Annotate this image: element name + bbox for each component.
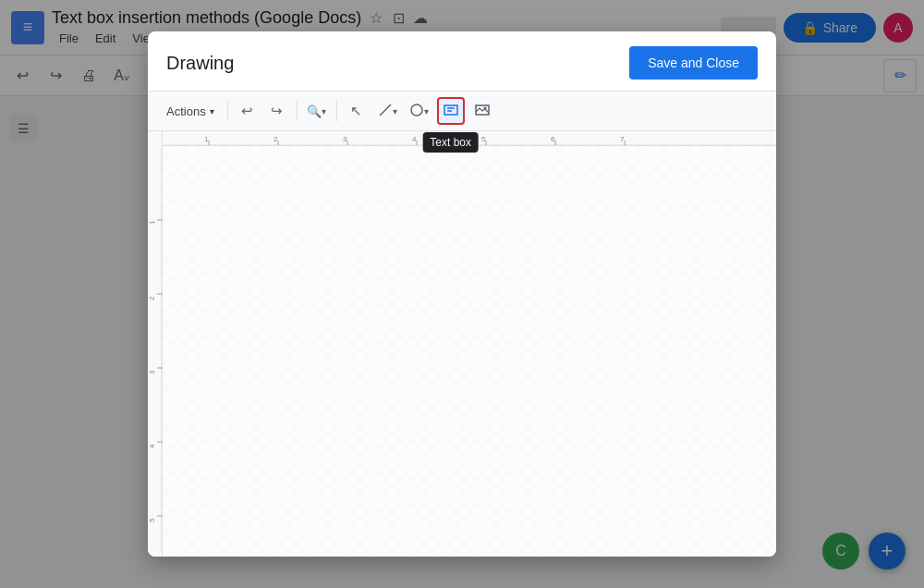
svg-text:5: 5 <box>148 518 156 522</box>
svg-text:7: 7 <box>620 135 625 143</box>
toolbar-divider-3 <box>336 101 337 121</box>
toolbar-divider-1 <box>227 101 228 121</box>
svg-text:2: 2 <box>274 135 278 143</box>
canvas-draw-area[interactable] <box>163 146 776 557</box>
image-icon <box>475 103 490 120</box>
line-chevron: ▾ <box>393 106 397 116</box>
actions-label: Actions <box>166 104 206 118</box>
textbox-icon <box>443 102 459 121</box>
zoom-control-button[interactable]: 🔍 ▾ <box>303 97 331 125</box>
svg-line-0 <box>380 104 391 116</box>
ruler-left: 1 2 3 4 5 <box>148 146 163 557</box>
actions-chevron-icon: ▾ <box>210 106 214 116</box>
drawing-dialog: Drawing Save and Close Actions ▾ ↩ ↪ 🔍 ▾… <box>148 31 776 557</box>
zoom-chevron: ▾ <box>322 106 326 116</box>
dialog-title: Drawing <box>166 53 234 74</box>
ruler-left-svg: 1 2 3 4 5 <box>148 146 163 553</box>
ruler-top-svg: 1 2 3 4 5 6 7 <box>163 131 776 145</box>
textbox-tool-button[interactable] <box>437 97 465 125</box>
svg-point-1 <box>411 104 422 116</box>
ruler-top-area: 1 2 3 4 5 6 7 <box>148 131 776 146</box>
svg-text:3: 3 <box>343 135 347 143</box>
drawing-toolbar: Actions ▾ ↩ ↪ 🔍 ▾ ↖ ▾ <box>148 92 776 131</box>
canvas-content: 1 2 3 4 5 <box>148 146 776 557</box>
svg-text:2: 2 <box>148 296 156 300</box>
shapes-chevron: ▾ <box>424 106 429 116</box>
select-icon: ↖ <box>350 103 362 119</box>
line-icon <box>378 103 393 120</box>
select-tool-button[interactable]: ↖ <box>343 97 371 125</box>
svg-text:4: 4 <box>148 444 156 448</box>
svg-text:6: 6 <box>551 135 555 143</box>
line-tool-button[interactable]: ▾ <box>374 97 402 125</box>
zoom-icon: 🔍 <box>307 104 322 118</box>
svg-text:1: 1 <box>204 135 209 143</box>
toolbar-divider-2 <box>297 101 298 121</box>
shapes-icon <box>409 103 424 120</box>
svg-text:4: 4 <box>412 135 417 143</box>
shapes-tool-button[interactable]: ▾ <box>406 97 433 125</box>
svg-text:1: 1 <box>148 220 156 225</box>
textbox-tool-wrapper: Text box <box>437 97 465 125</box>
draw-redo-button[interactable]: ↪ <box>263 97 291 125</box>
undo-redo-group: ↩ ↪ <box>234 97 291 125</box>
save-and-close-button[interactable]: Save and Close <box>629 46 758 80</box>
ruler-top: 1 2 3 4 5 6 7 <box>163 131 776 145</box>
svg-point-6 <box>483 106 486 109</box>
modal-overlay: Drawing Save and Close Actions ▾ ↩ ↪ 🔍 ▾… <box>0 0 924 588</box>
ruler-corner <box>148 131 163 146</box>
svg-text:5: 5 <box>481 135 486 143</box>
draw-undo-button[interactable]: ↩ <box>234 97 261 125</box>
drawing-canvas[interactable]: 1 2 3 4 5 6 7 <box>148 131 776 557</box>
image-tool-button[interactable] <box>468 97 496 125</box>
actions-button[interactable]: Actions ▾ <box>159 101 222 122</box>
canvas-white-overlay <box>163 146 776 557</box>
svg-text:3: 3 <box>148 370 156 374</box>
svg-rect-2 <box>444 105 457 115</box>
dialog-header: Drawing Save and Close <box>148 31 776 92</box>
